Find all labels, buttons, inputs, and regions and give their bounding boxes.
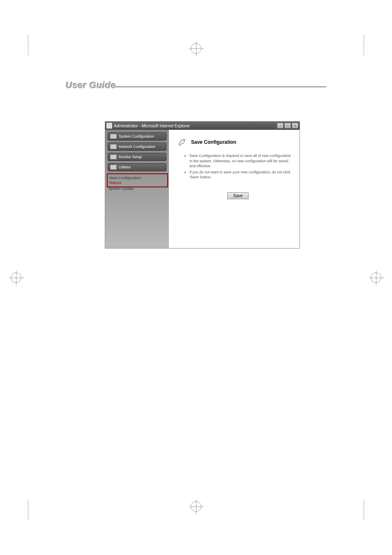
sidebar-sub-items: Save Configuration Reboot System Update	[108, 173, 166, 191]
nav-utilities[interactable]: Utilities	[108, 163, 166, 171]
window-title: Administrator - Microsoft Internet Explo…	[114, 124, 277, 128]
browser-content: System Configuration Network Configurati…	[105, 130, 300, 248]
crop-mark	[28, 500, 28, 520]
nav-system-configuration[interactable]: System Configuration	[108, 132, 166, 140]
nav-label: Network Configuration	[119, 145, 155, 149]
bullet-item: If you do not want to save your new conf…	[189, 170, 291, 180]
registration-mark-icon	[191, 501, 201, 512]
nav-network-configuration[interactable]: Network Configuration	[108, 143, 166, 151]
minimize-button[interactable]: −	[277, 123, 284, 129]
main-content: Save Configuration Save Configuration is…	[169, 130, 300, 248]
page-header: User Guide	[66, 80, 326, 87]
registration-mark-icon	[371, 272, 381, 283]
network-config-icon	[110, 144, 117, 149]
crop-mark	[364, 500, 364, 520]
browser-window: Administrator - Microsoft Internet Explo…	[105, 121, 300, 249]
nav-label: Monitor Setup	[119, 155, 142, 159]
system-config-icon	[110, 134, 117, 139]
bullet-item: Save Configuration is required to save a…	[189, 153, 291, 169]
maximize-button[interactable]: □	[284, 123, 291, 129]
content-body: Save Configuration is required to save a…	[177, 153, 291, 199]
crop-mark	[364, 35, 364, 55]
wrench-icon	[177, 137, 187, 147]
nav-monitor-setup[interactable]: Monitor Setup	[108, 153, 166, 161]
sub-item-system-update[interactable]: System Update	[108, 186, 166, 191]
sidebar: System Configuration Network Configurati…	[105, 130, 169, 248]
content-title: Save Configuration	[191, 139, 236, 145]
titlebar: Administrator - Microsoft Internet Explo…	[105, 122, 300, 130]
registration-mark-icon	[11, 272, 21, 283]
window-controls: − □ ×	[277, 123, 298, 129]
close-button[interactable]: ×	[292, 123, 298, 129]
registration-mark-icon	[191, 43, 201, 54]
crop-mark	[28, 35, 28, 55]
nav-label: Utilities	[119, 165, 131, 169]
page-title: User Guide	[66, 80, 116, 91]
save-button[interactable]: Save	[227, 192, 249, 199]
ie-icon	[106, 123, 112, 129]
content-header: Save Configuration	[177, 137, 291, 147]
sub-item-save-configuration[interactable]: Save Configuration	[109, 175, 166, 180]
sub-item-reboot[interactable]: Reboot	[109, 180, 166, 185]
header-divider	[115, 87, 326, 87]
nav-label: System Configuration	[119, 134, 154, 138]
utilities-icon	[110, 165, 117, 170]
monitor-setup-icon	[110, 154, 117, 159]
